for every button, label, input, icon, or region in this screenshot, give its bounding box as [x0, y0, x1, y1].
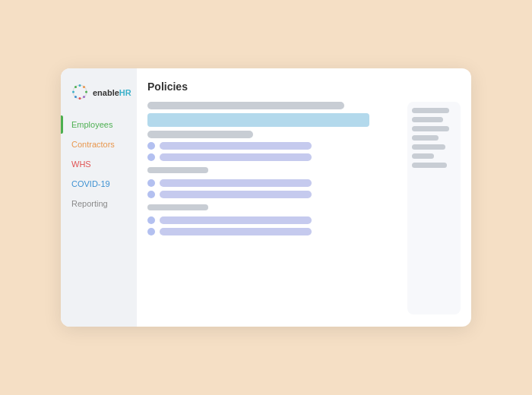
policies-list — [147, 102, 400, 314]
panel-bar-2 — [412, 117, 443, 122]
main-content: Policies — [137, 68, 471, 327]
bar-placeholder-1 — [147, 102, 344, 109]
svg-point-5 — [79, 97, 81, 100]
list-item[interactable] — [147, 216, 400, 224]
svg-point-4 — [83, 96, 85, 98]
svg-point-3 — [85, 91, 87, 93]
separator-bar — [147, 167, 208, 173]
bar-content — [160, 228, 312, 235]
separator-bar-2 — [147, 204, 208, 210]
bullet-icon — [147, 216, 155, 224]
bar-placeholder-2 — [147, 131, 253, 138]
app-window: enableHR Employees Contractors WHS COVID… — [61, 68, 471, 327]
list-item[interactable] — [147, 179, 400, 187]
bullet-icon — [147, 179, 155, 187]
panel-bar-3 — [412, 126, 449, 131]
panel-bar-1 — [412, 108, 449, 113]
bar-content — [160, 142, 312, 150]
nav-items: Employees Contractors WHS COVID-19 Repor… — [61, 115, 137, 213]
bullet-icon — [147, 191, 155, 198]
bar-content — [160, 153, 312, 161]
panel-bar-5 — [412, 144, 445, 150]
list-item[interactable] — [147, 153, 400, 161]
logo-area: enableHR — [61, 82, 141, 115]
svg-point-8 — [74, 86, 77, 88]
side-panel — [407, 102, 461, 314]
bullet-icon — [147, 153, 155, 161]
logo-text: enableHR — [93, 85, 131, 99]
bar-content — [160, 191, 312, 198]
logo-icon — [70, 82, 90, 102]
panel-bar-7 — [412, 163, 447, 168]
bullet-icon — [147, 142, 155, 150]
svg-point-1 — [79, 84, 81, 87]
svg-point-7 — [72, 91, 74, 93]
content-area — [147, 102, 461, 314]
sidebar-item-whs[interactable]: WHS — [61, 155, 137, 173]
bar-content — [160, 216, 312, 224]
bullet-icon — [147, 228, 155, 235]
list-item[interactable] — [147, 191, 400, 198]
bar-highlight[interactable] — [147, 113, 369, 127]
panel-bar-4 — [412, 135, 439, 141]
sidebar-item-employees[interactable]: Employees — [61, 115, 137, 134]
page-title: Policies — [147, 81, 461, 93]
bar-content — [160, 179, 312, 187]
svg-point-2 — [83, 86, 85, 88]
sidebar: enableHR Employees Contractors WHS COVID… — [61, 68, 137, 327]
sidebar-item-covid[interactable]: COVID-19 — [61, 175, 137, 193]
sidebar-item-reporting[interactable]: Reporting — [61, 194, 137, 213]
svg-point-6 — [74, 96, 77, 98]
list-item[interactable] — [147, 142, 400, 150]
sidebar-item-contractors[interactable]: Contractors — [61, 135, 137, 153]
panel-bar-6 — [412, 153, 434, 159]
list-item[interactable] — [147, 228, 400, 235]
